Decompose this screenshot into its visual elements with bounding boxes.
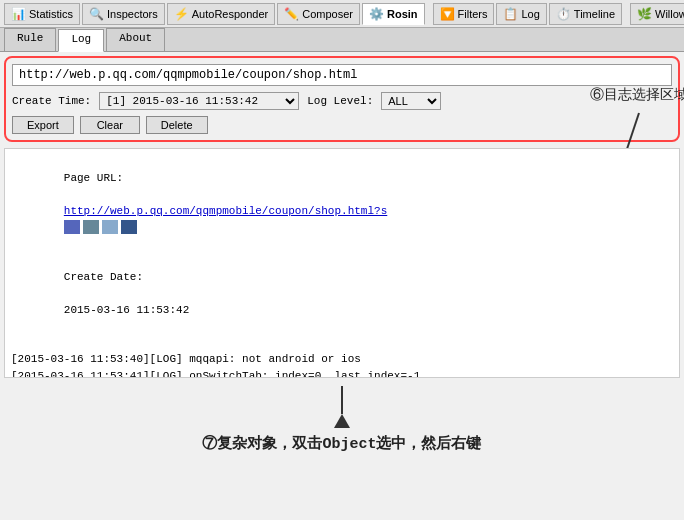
toolbar-timeline[interactable]: ⏱️ Timeline <box>549 3 622 25</box>
log-entry-1: [2015-03-16 11:53:41][LOG] onSwitchTab: … <box>11 368 673 379</box>
toolbar-willow[interactable]: 🌿 Willow <box>630 3 684 25</box>
tab-log[interactable]: Log <box>58 29 104 52</box>
tab-about[interactable]: About <box>106 28 165 51</box>
page-url-link[interactable]: http://web.p.qq.com/qqmpmobile/coupon/sh… <box>64 205 387 217</box>
toolbar-rosin[interactable]: ⚙️ Rosin <box>362 3 425 25</box>
willow-icon: 🌿 <box>637 7 652 21</box>
bottom-annotation-text: ⑦复杂对象，双击Object选中，然后右键 <box>202 434 481 453</box>
url-input[interactable] <box>12 64 672 86</box>
autoresponder-icon: ⚡ <box>174 7 189 21</box>
rosin-icon: ⚙️ <box>369 7 384 21</box>
toolbar: 📊 Statistics 🔍 Inspectors ⚡ AutoResponde… <box>0 0 684 28</box>
tab-rule[interactable]: Rule <box>4 28 56 51</box>
create-date-label: Create Date: <box>64 271 143 283</box>
time-select[interactable]: [1] 2015-03-16 11:53:42 <box>99 92 299 110</box>
log-blank <box>11 335 673 352</box>
inspectors-icon: 🔍 <box>89 7 104 21</box>
log-level-label: Log Level: <box>307 95 373 107</box>
sq3 <box>102 220 118 234</box>
sq2 <box>83 220 99 234</box>
delete-button[interactable]: Delete <box>146 116 208 134</box>
arrow-head <box>334 414 350 428</box>
log-controls-box: Create Time: [1] 2015-03-16 11:53:42 Log… <box>4 56 680 142</box>
page-url-label: Page URL: <box>64 172 123 184</box>
action-buttons: Export Clear Delete <box>12 116 672 134</box>
log-entry-0: [2015-03-16 11:53:40][LOG] mqqapi: not a… <box>11 351 673 368</box>
filters-icon: 🔽 <box>440 7 455 21</box>
toolbar-autoresponder[interactable]: ⚡ AutoResponder <box>167 3 275 25</box>
toolbar-inspectors[interactable]: 🔍 Inspectors <box>82 3 165 25</box>
clear-button[interactable]: Clear <box>80 116 140 134</box>
right-annotation-text: ⑥目志选择区域 <box>590 86 684 104</box>
toolbar-statistics[interactable]: 📊 Statistics <box>4 3 80 25</box>
main-panel: Create Time: [1] 2015-03-16 11:53:42 Log… <box>4 56 680 476</box>
toolbar-composer[interactable]: ✏️ Composer <box>277 3 360 25</box>
color-squares <box>64 220 137 234</box>
log-output[interactable]: Page URL: http://web.p.qq.com/qqmpmobile… <box>4 148 680 378</box>
toolbar-log[interactable]: 📋 Log <box>496 3 546 25</box>
log-icon: 📋 <box>503 7 518 21</box>
composer-icon: ✏️ <box>284 7 299 21</box>
sq1 <box>64 220 80 234</box>
toolbar-filters[interactable]: 🔽 Filters <box>433 3 495 25</box>
statistics-icon: 📊 <box>11 7 26 21</box>
bottom-arrow-container <box>334 386 350 428</box>
log-page-url: Page URL: http://web.p.qq.com/qqmpmobile… <box>11 153 673 252</box>
controls-row: Create Time: [1] 2015-03-16 11:53:42 Log… <box>12 92 672 110</box>
log-create-date: Create Date: 2015-03-16 11:53:42 <box>11 252 673 335</box>
bottom-annotation-area: ⑦复杂对象，双击Object选中，然后右键 <box>4 386 680 476</box>
log-level-select[interactable]: ALL LOG WARN ERROR <box>381 92 441 110</box>
arrow-shaft <box>341 386 343 414</box>
create-date-value: 2015-03-16 11:53:42 <box>64 304 189 316</box>
create-time-label: Create Time: <box>12 95 91 107</box>
export-button[interactable]: Export <box>12 116 74 134</box>
sq4 <box>121 220 137 234</box>
timeline-icon: ⏱️ <box>556 7 571 21</box>
tab-bar: Rule Log About <box>0 28 684 52</box>
